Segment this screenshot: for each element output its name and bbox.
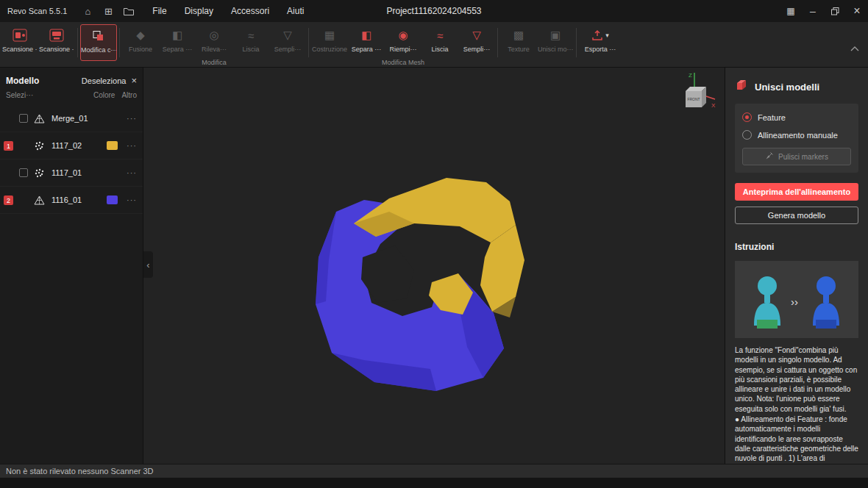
list-item-1116-01[interactable]: 2 1116_01 ··· — [0, 187, 143, 214]
alignment-preview-button[interactable]: Anteprima dell'allineamento — [735, 183, 858, 201]
list-item-merge-01[interactable]: Merge_01 ··· — [0, 105, 143, 132]
more-options-button[interactable]: ··· — [127, 195, 137, 204]
export-icon — [591, 28, 603, 43]
semplifica-mesh-button[interactable]: ▽ Sempli··· — [458, 24, 495, 61]
minimize-button[interactable]: – — [802, 0, 824, 22]
radio-manual-label: Allineamento manuale — [758, 131, 838, 140]
liscia-button[interactable]: ≈ Liscia — [232, 24, 269, 61]
edit-current-button[interactable]: Modifica c··· — [80, 24, 117, 61]
scan-button-1[interactable]: Scansione ··· — [1, 24, 38, 61]
list-item-1117-01[interactable]: 1117_01 ··· — [0, 159, 143, 187]
more-options-button[interactable]: ··· — [127, 141, 137, 150]
viewport-3d[interactable]: Z X FRONT ‹ — [143, 68, 725, 464]
esporta-label: Esporta ··· — [585, 46, 616, 53]
checkbox[interactable] — [19, 168, 28, 177]
riempi-button[interactable]: ◉ Riempi··· — [385, 24, 421, 61]
window-controls: ▦ – × — [780, 0, 868, 22]
radio-manual-alignment[interactable]: Allineamento manuale — [742, 130, 851, 140]
group-label-modifica: Modifica — [202, 59, 227, 66]
scan-button-2-label: Scansione ··· — [39, 46, 74, 53]
deselect-all-button[interactable]: Deseleziona × — [82, 75, 137, 86]
texture-button[interactable]: ▩ Texture — [500, 24, 537, 61]
radio-feature-label: Feature — [758, 113, 786, 122]
scan-button-2[interactable]: Scansione ··· — [38, 24, 75, 61]
separa-icon: ◧ — [172, 28, 182, 43]
merge-panel-title: Unisci modelli — [755, 82, 819, 93]
toolbar-divider — [576, 28, 577, 57]
bottom-strip — [0, 478, 868, 488]
layout-grid-icon[interactable]: ▦ — [780, 0, 802, 22]
more-options-button[interactable]: ··· — [127, 168, 137, 177]
view-gizmo[interactable]: Z X FRONT — [672, 69, 717, 115]
semplifica-mesh-label: Sempli··· — [463, 46, 491, 53]
radio-selected-icon[interactable] — [742, 112, 752, 122]
status-bar: Non è stato rilevato nessuno Scanner 3D — [0, 464, 868, 478]
color-swatch[interactable] — [107, 141, 118, 150]
toolbar-divider — [497, 28, 498, 57]
main-area: Modello Deseleziona × Selezi··· Colore A… — [0, 68, 868, 464]
rileva-button[interactable]: ◎ Rileva··· — [196, 24, 232, 61]
restore-button[interactable] — [824, 0, 846, 22]
menu-accessori[interactable]: Accessori — [231, 6, 269, 16]
semplifica-button[interactable]: ▽ Sempli··· — [269, 24, 306, 61]
mesh-icon — [32, 114, 46, 123]
model-name: 1117_01 — [51, 168, 127, 177]
semplifica-mesh-icon: ▽ — [472, 28, 481, 43]
collapse-left-panel-handle[interactable]: ‹ — [143, 251, 153, 278]
axis-z-label: Z — [689, 72, 692, 79]
costruzione-button[interactable]: ▦ Costruzione ··· — [311, 24, 348, 61]
more-options-button[interactable]: ··· — [127, 114, 137, 123]
menu-file[interactable]: File — [152, 6, 166, 16]
alignment-options-card: Feature Allineamento manuale Pulisci mar… — [735, 104, 858, 173]
scanner-icon — [49, 28, 64, 43]
group-label-modifica-mesh: Modifica Mesh — [382, 59, 424, 66]
riempi-icon: ◉ — [398, 28, 408, 43]
new-project-icon[interactable]: ⊞ — [99, 3, 117, 19]
clean-markers-label: Pulisci markers — [778, 153, 828, 161]
home-icon[interactable]: ⌂ — [79, 3, 96, 19]
riempi-label: Riempi··· — [390, 46, 417, 53]
rileva-label: Rileva··· — [202, 46, 227, 53]
collapse-toolbar-chevron[interactable] — [850, 41, 859, 54]
esporta-button[interactable]: ▾ Esporta ··· — [579, 24, 622, 61]
clean-markers-button[interactable]: Pulisci markers — [742, 148, 851, 165]
liscia-mesh-button[interactable]: ≈ Liscia — [421, 24, 458, 61]
project-title: Project11162024204553 — [387, 6, 482, 16]
generate-model-button[interactable]: Genera modello — [735, 207, 858, 224]
fusione-label: Fusione — [129, 46, 152, 53]
toolbar-group-modifica-mesh: ▦ Costruzione ··· ◧ Separa ··· ◉ Riempi·… — [311, 22, 495, 66]
model-panel-columns: Selezi··· Colore Altro — [0, 89, 143, 105]
close-icon[interactable]: × — [131, 75, 137, 86]
instructions-paragraph-2: ● Allineamento dei Feature : fonde autom… — [735, 415, 858, 464]
fusione-button[interactable]: ◆ Fusione — [122, 24, 159, 61]
radio-unselected-icon[interactable] — [742, 130, 752, 140]
model-name: Merge_01 — [51, 114, 127, 123]
separa-mesh-button[interactable]: ◧ Separa ··· — [348, 24, 385, 61]
liscia-label: Liscia — [242, 46, 259, 53]
merge-models-icon: ▣ — [550, 28, 561, 43]
toolbar: Scansione ··· Scansione ··· Modifica c··… — [0, 22, 868, 68]
close-button[interactable]: × — [846, 0, 868, 22]
color-swatch[interactable] — [107, 195, 118, 204]
menu-aiuti[interactable]: Aiuti — [287, 6, 304, 16]
open-folder-icon[interactable] — [120, 3, 138, 19]
fusione-icon: ◆ — [136, 28, 145, 43]
mesh-icon — [32, 195, 46, 205]
scan-button-1-label: Scansione ··· — [2, 46, 38, 53]
list-item-1117-02[interactable]: 1 1117_02 ··· — [0, 132, 143, 159]
edit-current-label: Modifica c··· — [81, 46, 116, 54]
instructions-illustration: ›› — [735, 261, 858, 338]
separa-button[interactable]: ◧ Separa ··· — [159, 24, 196, 61]
rileva-icon: ◎ — [209, 28, 218, 43]
broom-icon — [765, 151, 774, 162]
column-select[interactable]: Selezi··· — [6, 91, 33, 99]
checkbox[interactable] — [19, 114, 28, 123]
semplifica-icon: ▽ — [283, 28, 292, 43]
menu-display[interactable]: Display — [185, 6, 213, 16]
unisci-modelli-button[interactable]: ▣ Unisci mo··· — [537, 24, 574, 61]
chevrons-icon: ›› — [791, 295, 798, 308]
instructions-title: Istruzioni — [735, 242, 858, 252]
model-name: 1116_01 — [51, 195, 107, 204]
radio-feature[interactable]: Feature — [742, 112, 851, 122]
merge-models-icon — [735, 79, 748, 95]
